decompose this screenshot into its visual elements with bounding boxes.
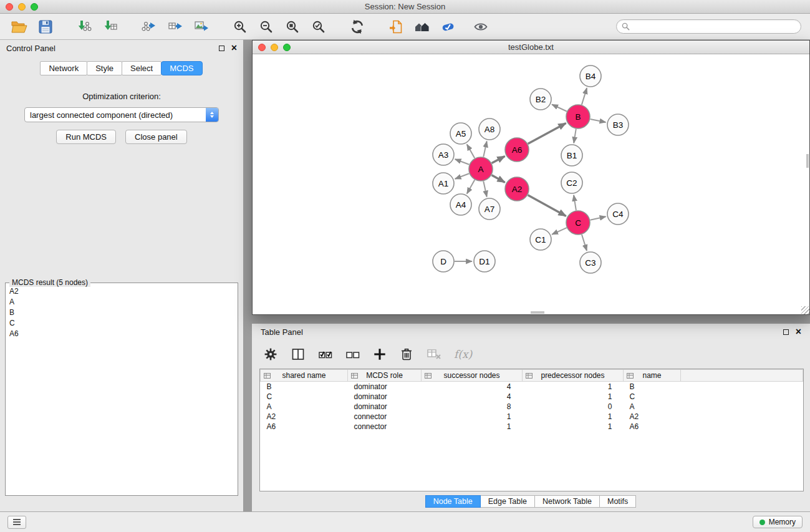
show-graphics-details-button[interactable]	[468, 16, 494, 38]
graph-edge-A-A3[interactable]	[455, 159, 470, 165]
graph-edge-A-A7[interactable]	[483, 181, 486, 197]
memory-button[interactable]: Memory	[753, 516, 803, 528]
network-minimize-button[interactable]	[271, 44, 278, 51]
result-item[interactable]: A	[7, 297, 236, 307]
table-row[interactable]: A6connector11A6	[261, 422, 803, 432]
graph-node-C3[interactable]: C3	[580, 252, 601, 273]
create-column-button[interactable]	[373, 347, 387, 361]
tab-edge-table[interactable]: Edge Table	[480, 495, 535, 508]
table-row[interactable]: Cdominator41C	[261, 392, 803, 402]
network-window-titlebar[interactable]: testGlobe.txt	[253, 41, 809, 54]
tab-motifs[interactable]: Motifs	[599, 495, 636, 508]
graph-node-A1[interactable]: A1	[433, 173, 454, 194]
minimize-window-button[interactable]	[18, 3, 26, 11]
export-image-button[interactable]	[188, 16, 215, 38]
graph-node-B4[interactable]: B4	[580, 65, 601, 87]
table-settings-button[interactable]	[263, 347, 278, 362]
graph-node-A3[interactable]: A3	[433, 144, 454, 165]
graph-edge-A6-B[interactable]	[528, 123, 566, 144]
graph-node-A7[interactable]: A7	[479, 198, 500, 220]
graph-edge-A2-C[interactable]	[528, 195, 566, 216]
open-document-button[interactable]	[383, 16, 409, 38]
graph-node-A2[interactable]: A2	[505, 177, 529, 201]
graph-node-C4[interactable]: C4	[607, 203, 629, 225]
tab-node-table[interactable]: Node Table	[425, 495, 481, 508]
criterion-dropdown[interactable]: largest connected component (directed)	[24, 107, 219, 122]
run-mcds-button[interactable]: Run MCDS	[56, 130, 116, 144]
tab-network-table[interactable]: Network Table	[534, 495, 600, 508]
zoom-selected-button[interactable]	[306, 16, 332, 38]
zoom-fit-button[interactable]	[279, 16, 306, 38]
graph-node-A6[interactable]: A6	[505, 138, 529, 162]
export-table-button[interactable]	[162, 16, 188, 38]
graph-edge-C-C3[interactable]	[582, 235, 587, 251]
result-item[interactable]: C	[7, 318, 236, 329]
table-row[interactable]: Bdominator41B	[261, 382, 803, 392]
graph-node-C1[interactable]: C1	[530, 229, 551, 250]
graph-edge-B-B3[interactable]	[591, 119, 606, 122]
graph-edge-A-A5[interactable]	[467, 144, 475, 158]
close-panel-button[interactable]: Close panel	[125, 130, 187, 144]
close-panel-icon[interactable]: ×	[231, 43, 237, 53]
graph-node-C[interactable]: C	[566, 211, 590, 235]
column-header-predecessor-nodes[interactable]: predecessor nodes	[523, 370, 624, 382]
network-graph[interactable]: AA2A6BCA1A3A4A5A7A8B1B2B3B4C1C2C3C4DD1	[253, 54, 809, 314]
zoom-out-button[interactable]	[253, 16, 279, 38]
search-input[interactable]	[633, 22, 796, 32]
node-table-container[interactable]: shared name MCDS role	[259, 369, 804, 491]
import-network-button[interactable]	[71, 16, 97, 38]
tab-mcds[interactable]: MCDS	[161, 61, 202, 75]
column-header-shared-name[interactable]: shared name	[261, 370, 348, 382]
float-table-panel-icon[interactable]	[783, 329, 789, 335]
show-columns-button[interactable]	[291, 347, 306, 362]
graph-edge-A-A1[interactable]	[455, 173, 470, 179]
graph-node-A4[interactable]: A4	[450, 194, 471, 215]
refresh-button[interactable]	[344, 16, 370, 38]
close-table-panel-icon[interactable]: ×	[796, 327, 801, 337]
zoom-window-button[interactable]	[31, 3, 38, 11]
column-header-successor-nodes[interactable]: successor nodes	[422, 370, 523, 382]
tab-style[interactable]: Style	[87, 61, 122, 75]
graph-edge-B-B1[interactable]	[574, 129, 576, 143]
home-button[interactable]	[409, 16, 435, 38]
graph-node-D[interactable]: D	[433, 251, 454, 272]
tab-select[interactable]: Select	[122, 61, 162, 75]
graph-node-B[interactable]: B	[566, 105, 590, 128]
table-row[interactable]: A2connector11A2	[261, 412, 803, 422]
apply-style-button[interactable]	[435, 16, 461, 38]
resize-grip-icon[interactable]	[801, 306, 809, 314]
graph-node-A5[interactable]: A5	[450, 123, 471, 144]
delete-column-button[interactable]	[399, 347, 414, 362]
graph-edge-A-A8[interactable]	[483, 142, 486, 157]
network-zoom-button[interactable]	[283, 44, 291, 51]
zoom-in-button[interactable]	[227, 16, 253, 38]
toolbar-search[interactable]	[616, 19, 801, 34]
graph-edge-A-A6[interactable]	[492, 156, 505, 163]
show-panels-button[interactable]	[7, 516, 26, 529]
network-close-button[interactable]	[258, 44, 266, 51]
import-table-button[interactable]	[97, 16, 123, 38]
export-network-button[interactable]	[136, 16, 162, 38]
select-all-button[interactable]	[318, 348, 333, 360]
result-item[interactable]: B	[7, 307, 236, 318]
table-row[interactable]: Adominator80A	[261, 402, 803, 412]
graph-edge-C-C2[interactable]	[574, 195, 576, 210]
result-item[interactable]: A6	[7, 329, 236, 339]
graph-node-A8[interactable]: A8	[479, 118, 500, 140]
graph-node-B2[interactable]: B2	[530, 89, 551, 110]
graph-node-C2[interactable]: C2	[561, 172, 582, 193]
graph-edge-A-A2[interactable]	[492, 175, 505, 183]
graph-edge-B-B2[interactable]	[552, 105, 567, 112]
close-window-button[interactable]	[6, 3, 13, 11]
graph-node-D1[interactable]: D1	[474, 251, 495, 272]
float-panel-icon[interactable]	[219, 46, 224, 51]
save-session-button[interactable]	[32, 16, 59, 38]
graph-edge-B-B4[interactable]	[582, 88, 587, 105]
column-header-mcds-role[interactable]: MCDS role	[348, 370, 422, 382]
graph-node-B1[interactable]: B1	[561, 145, 582, 166]
network-canvas[interactable]: AA2A6BCA1A3A4A5A7A8B1B2B3B4C1C2C3C4DD1	[253, 54, 809, 314]
graph-node-B3[interactable]: B3	[607, 114, 629, 135]
graph-edge-C-C1[interactable]	[552, 228, 567, 235]
result-item[interactable]: A2	[7, 286, 236, 297]
column-header-name[interactable]: name	[624, 370, 681, 382]
